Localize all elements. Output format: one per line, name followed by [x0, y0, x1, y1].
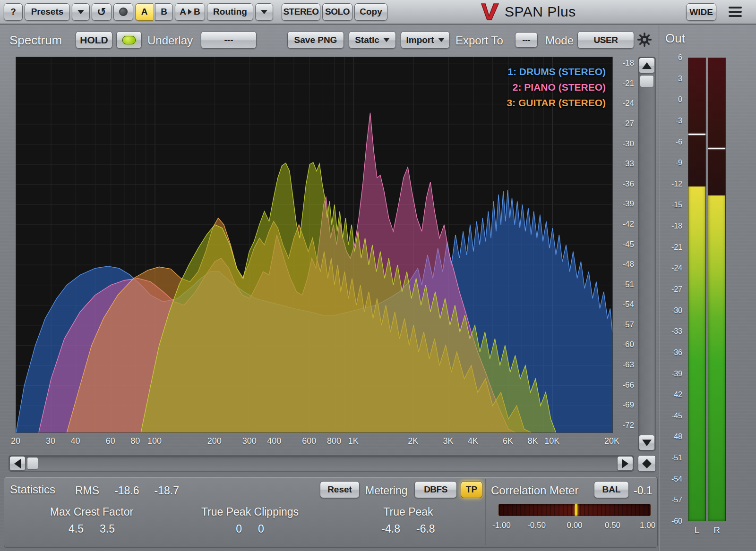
- wide-button[interactable]: WIDE: [686, 3, 716, 21]
- stereo-button[interactable]: STEREO: [282, 3, 320, 21]
- compare-led-button[interactable]: [113, 3, 133, 21]
- db-tick-label: -21: [622, 79, 634, 88]
- save-png-button[interactable]: Save PNG: [287, 31, 344, 49]
- meter-scale-label: -27: [671, 285, 682, 294]
- db-tick-label: -39: [622, 199, 634, 209]
- help-button[interactable]: ?: [4, 3, 23, 21]
- meter-bar[interactable]: [708, 58, 726, 521]
- mode-value-button[interactable]: USER: [577, 31, 634, 49]
- horizontal-scrollbar[interactable]: [9, 455, 634, 472]
- static-dropdown-button[interactable]: Static: [349, 31, 396, 49]
- dbfs-label: DBFS: [424, 484, 447, 495]
- help-label: ?: [10, 7, 16, 17]
- dbfs-button[interactable]: DBFS: [414, 481, 457, 498]
- a-to-b-copy-button[interactable]: A B: [175, 3, 205, 21]
- stereo-label: STEREO: [283, 7, 318, 17]
- arrow-down-icon: [642, 440, 652, 446]
- scroll-right-button[interactable]: [617, 456, 633, 471]
- horizontal-scroll-thumb[interactable]: [27, 457, 38, 470]
- freq-tick-label: 40: [71, 436, 80, 446]
- underlay-value-button[interactable]: ---: [201, 31, 257, 49]
- copy-label: Copy: [360, 7, 382, 17]
- panel-divider: [659, 25, 660, 551]
- voxengo-logo-icon: [480, 3, 500, 21]
- freq-tick-label: 200: [207, 436, 222, 446]
- play-right-icon: [188, 9, 192, 15]
- led-on-icon: [122, 36, 136, 44]
- db-tick-label: -27: [622, 119, 634, 128]
- db-tick-label: -66: [622, 381, 634, 390]
- db-tick-label: -54: [622, 300, 634, 309]
- meter-bar[interactable]: [688, 58, 706, 521]
- routing-dropdown-button[interactable]: [255, 3, 273, 21]
- db-tick-label: -63: [622, 360, 634, 370]
- meter-scale-label: -54: [671, 475, 682, 483]
- freq-tick-label: 4K: [468, 436, 478, 446]
- statistics-tab-label: Statistics: [10, 483, 55, 496]
- vertical-scroll-thumb[interactable]: [640, 75, 654, 87]
- panel-divider: [485, 479, 486, 545]
- freq-tick-label: 2K: [408, 436, 418, 446]
- bal-value: -0.1: [634, 484, 653, 497]
- statistics-panel: Statistics RMS -18.6 -18.7 Reset Meterin…: [4, 477, 658, 548]
- metering-label: Metering: [365, 484, 407, 497]
- meter-scale-label: 6: [678, 53, 682, 62]
- scroll-down-button[interactable]: [639, 435, 655, 450]
- export-to-value-button[interactable]: ---: [515, 32, 538, 48]
- vertical-scrollbar[interactable]: [638, 57, 656, 451]
- meter-scale-label: -15: [671, 201, 682, 209]
- solo-label: SOLO: [325, 7, 350, 17]
- correlation-bar[interactable]: [498, 504, 651, 516]
- routing-button[interactable]: Routing: [207, 3, 253, 21]
- spectrum-display[interactable]: 1: DRUMS (STEREO) 2: PIANO (STEREO) 3: G…: [16, 57, 613, 433]
- correlation-scale-label: 0.50: [605, 521, 620, 530]
- solo-button[interactable]: SOLO: [322, 3, 352, 21]
- reset-label: Reset: [327, 484, 352, 495]
- meter-scale-label: 0: [678, 95, 682, 104]
- meter-scale: 630-3-6-9-12-15-18-21-24-27-30-33-36-39-…: [661, 58, 684, 521]
- correlation-meter-title: Correlation Meter: [491, 484, 578, 497]
- underlay-led-button[interactable]: [116, 31, 142, 49]
- chevron-down-icon: [383, 38, 390, 42]
- undo-button[interactable]: ↺: [92, 3, 112, 21]
- copy-button[interactable]: Copy: [354, 3, 387, 21]
- export-to-value: ---: [523, 35, 531, 45]
- freq-tick-label: 100: [147, 436, 162, 446]
- menu-button[interactable]: [728, 6, 743, 18]
- freq-tick-label: 80: [130, 436, 140, 446]
- a-label: A: [141, 7, 148, 17]
- app-title: SPAN Plus: [505, 4, 576, 20]
- presets-button[interactable]: Presets: [25, 3, 70, 21]
- clippings-right-value: 0: [258, 523, 264, 535]
- meter-unlit: [708, 58, 725, 195]
- chevron-down-icon: [438, 38, 445, 42]
- zoom-fit-button[interactable]: [638, 455, 656, 472]
- hold-button[interactable]: HOLD: [76, 31, 112, 49]
- chevron-down-icon: [261, 10, 267, 14]
- reset-button[interactable]: Reset: [320, 481, 360, 498]
- import-dropdown-button[interactable]: Import: [401, 31, 450, 49]
- freq-tick-label: 20: [11, 436, 20, 446]
- freq-tick-label: 400: [267, 436, 281, 446]
- true-peak-clippings-label: True Peak Clippings: [174, 506, 326, 518]
- scroll-up-button[interactable]: [639, 58, 655, 73]
- db-tick-label: -48: [622, 260, 634, 269]
- ab-toggle-b[interactable]: B: [155, 3, 173, 21]
- legend-item: 3: GUITAR (STEREO): [507, 95, 606, 110]
- freq-tick-label: 1K: [348, 436, 359, 446]
- underlay-value: ---: [224, 35, 233, 45]
- meter-scale-label: -33: [671, 327, 682, 336]
- presets-dropdown-button[interactable]: [72, 3, 90, 21]
- bal-button[interactable]: BAL: [594, 481, 629, 498]
- export-to-label: Export To: [455, 34, 503, 47]
- db-tick-label: -33: [622, 159, 634, 169]
- ab-toggle-a[interactable]: A: [135, 3, 153, 21]
- tp-button[interactable]: TP: [461, 481, 482, 498]
- max-crest-factor-group: Max Crest Factor 4.53.5: [23, 506, 160, 535]
- output-meter[interactable]: [688, 58, 726, 521]
- scroll-left-button[interactable]: [9, 456, 26, 471]
- settings-gear-button[interactable]: [637, 32, 652, 49]
- meter-scale-label: -3: [676, 117, 682, 125]
- out-label: Out: [665, 31, 685, 46]
- b-label: B: [194, 7, 200, 17]
